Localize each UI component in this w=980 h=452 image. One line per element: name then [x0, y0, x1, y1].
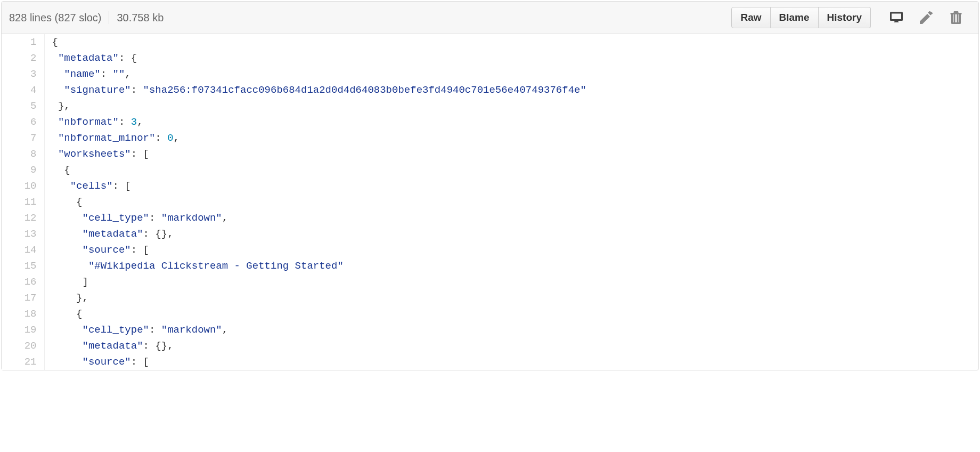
code-table: 1{2 "metadata": {3 "name": "",4 "signatu…	[2, 34, 978, 370]
code-line: "metadata": {},	[44, 226, 978, 242]
code-row: 8 "worksheets": [	[2, 146, 978, 162]
lines-sloc: 828 lines (827 sloc)	[9, 12, 101, 24]
line-number[interactable]: 13	[2, 226, 44, 242]
file-header: 828 lines (827 sloc) 30.758 kb Raw Blame…	[2, 2, 978, 34]
line-number[interactable]: 3	[2, 66, 44, 82]
file-box: 828 lines (827 sloc) 30.758 kb Raw Blame…	[1, 1, 979, 370]
code-row: 13 "metadata": {},	[2, 226, 978, 242]
code-line: ]	[44, 274, 978, 290]
code-row: 11 {	[2, 194, 978, 210]
line-number[interactable]: 6	[2, 114, 44, 130]
code-line: "cell_type": "markdown",	[44, 210, 978, 226]
line-number[interactable]: 4	[2, 82, 44, 98]
history-button[interactable]: History	[819, 7, 871, 28]
code-row: 18 {	[2, 306, 978, 322]
code-row: 6 "nbformat": 3,	[2, 114, 978, 130]
code-row: 12 "cell_type": "markdown",	[2, 210, 978, 226]
line-number[interactable]: 15	[2, 258, 44, 274]
code-row: 19 "cell_type": "markdown",	[2, 322, 978, 338]
line-number[interactable]: 18	[2, 306, 44, 322]
code-row: 20 "metadata": {},	[2, 338, 978, 354]
code-line: "nbformat_minor": 0,	[44, 130, 978, 146]
code-row: 4 "signature": "sha256:f07341cfacc096b68…	[2, 82, 978, 98]
line-number[interactable]: 10	[2, 178, 44, 194]
code-line: "metadata": {},	[44, 338, 978, 354]
code-line: "name": "",	[44, 66, 978, 82]
code-line: "worksheets": [	[44, 146, 978, 162]
code-line: "cell_type": "markdown",	[44, 322, 978, 338]
code-row: 3 "name": "",	[2, 66, 978, 82]
code-line: "nbformat": 3,	[44, 114, 978, 130]
line-number[interactable]: 20	[2, 338, 44, 354]
line-number[interactable]: 9	[2, 162, 44, 178]
code-row: 15 "#Wikipedia Clickstream - Getting Sta…	[2, 258, 978, 274]
divider	[109, 11, 109, 24]
code-row: 9 {	[2, 162, 978, 178]
code-line: {	[44, 306, 978, 322]
code-row: 14 "source": [	[2, 242, 978, 258]
code-row: 2 "metadata": {	[2, 50, 978, 66]
code-row: 10 "cells": [	[2, 178, 978, 194]
line-number[interactable]: 19	[2, 322, 44, 338]
code-line: "signature": "sha256:f07341cfacc096b684d…	[44, 82, 978, 98]
code-line: {	[44, 194, 978, 210]
code-row: 21 "source": [	[2, 354, 978, 370]
code-line: {	[44, 34, 978, 50]
code-row: 16 ]	[2, 274, 978, 290]
line-number[interactable]: 21	[2, 354, 44, 370]
code-line: "cells": [	[44, 178, 978, 194]
delete-trash-icon[interactable]	[945, 7, 967, 28]
line-number[interactable]: 8	[2, 146, 44, 162]
code-row: 17 },	[2, 290, 978, 306]
file-size: 30.758 kb	[117, 12, 164, 24]
code-row: 1{	[2, 34, 978, 50]
code-line: "source": [	[44, 354, 978, 370]
edit-pencil-icon[interactable]	[916, 7, 937, 28]
line-number[interactable]: 1	[2, 34, 44, 50]
line-number[interactable]: 5	[2, 98, 44, 114]
code-line: {	[44, 162, 978, 178]
line-number[interactable]: 2	[2, 50, 44, 66]
line-number[interactable]: 17	[2, 290, 44, 306]
code-line: "source": [	[44, 242, 978, 258]
code-line: "metadata": {	[44, 50, 978, 66]
line-number[interactable]: 12	[2, 210, 44, 226]
desktop-icon[interactable]	[886, 7, 907, 28]
file-actions: Raw Blame History	[731, 7, 971, 28]
code-row: 5 },	[2, 98, 978, 114]
code-line: },	[44, 98, 978, 114]
raw-button[interactable]: Raw	[731, 7, 770, 28]
line-number[interactable]: 11	[2, 194, 44, 210]
code-line: },	[44, 290, 978, 306]
line-number[interactable]: 14	[2, 242, 44, 258]
line-number[interactable]: 7	[2, 130, 44, 146]
file-info: 828 lines (827 sloc) 30.758 kb	[9, 11, 731, 24]
code-line: "#Wikipedia Clickstream - Getting Starte…	[44, 258, 978, 274]
blame-button[interactable]: Blame	[771, 7, 819, 28]
button-group: Raw Blame History	[731, 7, 871, 28]
code-row: 7 "nbformat_minor": 0,	[2, 130, 978, 146]
line-number[interactable]: 16	[2, 274, 44, 290]
